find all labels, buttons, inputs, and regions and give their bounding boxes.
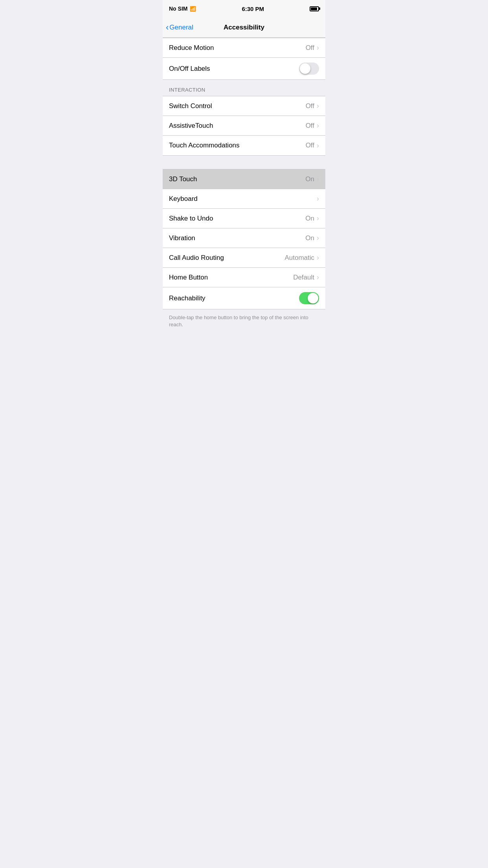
group-spacer	[163, 156, 325, 169]
wifi-icon: 📶	[190, 6, 196, 12]
home-button-chevron-icon: ›	[317, 273, 319, 281]
home-button-label: Home Button	[169, 274, 208, 281]
3d-touch-value: On	[305, 175, 314, 183]
back-label: General	[169, 24, 193, 31]
touch-accommodations-chevron-icon: ›	[317, 142, 319, 150]
vibration-value: On	[305, 234, 314, 242]
status-left: No SIM 📶	[169, 6, 196, 12]
row-assistive-touch[interactable]: AssistiveTouch Off ›	[163, 116, 325, 136]
vibration-chevron-icon: ›	[317, 234, 319, 242]
on-off-labels-toggle[interactable]	[299, 63, 319, 75]
reduce-motion-value: Off	[306, 44, 314, 52]
status-time: 6:30 PM	[242, 6, 264, 12]
row-on-off-labels[interactable]: On/Off Labels	[163, 58, 325, 79]
status-right	[310, 6, 319, 11]
keyboard-label: Keyboard	[169, 195, 198, 203]
reachability-toggle[interactable]	[299, 292, 319, 304]
assistive-touch-chevron-icon: ›	[317, 121, 319, 130]
switch-control-right: Off ›	[306, 102, 319, 110]
assistive-touch-right: Off ›	[306, 121, 319, 130]
toggle-thumb	[300, 63, 310, 74]
switch-control-label: Switch Control	[169, 102, 212, 110]
row-keyboard[interactable]: Keyboard ›	[163, 189, 325, 209]
call-audio-routing-chevron-icon: ›	[317, 254, 319, 262]
touch-accommodations-value: Off	[306, 142, 314, 149]
status-bar: No SIM 📶 6:30 PM	[163, 0, 325, 17]
battery-icon	[310, 6, 319, 11]
interaction-2-list: 3D Touch On › Keyboard › Shake to Undo O…	[163, 169, 325, 309]
switch-control-value: Off	[306, 102, 314, 110]
vibration-label: Vibration	[169, 234, 195, 242]
section-interaction-2: 3D Touch On › Keyboard › Shake to Undo O…	[163, 169, 325, 309]
row-call-audio-routing[interactable]: Call Audio Routing Automatic ›	[163, 248, 325, 268]
vibration-right: On ›	[305, 234, 319, 242]
row-3d-touch[interactable]: 3D Touch On ›	[163, 169, 325, 189]
row-home-button[interactable]: Home Button Default ›	[163, 268, 325, 287]
settings-content: Reduce Motion Off › On/Off Labels INTERA…	[163, 38, 325, 335]
row-touch-accommodations[interactable]: Touch Accommodations Off ›	[163, 136, 325, 155]
assistive-touch-value: Off	[306, 122, 314, 130]
touch-accommodations-label: Touch Accommodations	[169, 142, 240, 149]
back-button[interactable]: ‹ General	[166, 23, 193, 32]
call-audio-routing-label: Call Audio Routing	[169, 254, 224, 262]
reduce-motion-chevron-icon: ›	[317, 44, 319, 52]
top-list: Reduce Motion Off › On/Off Labels	[163, 38, 325, 80]
nav-bar: ‹ General Accessibility	[163, 17, 325, 38]
back-chevron-icon: ‹	[166, 23, 169, 32]
keyboard-right: ›	[317, 195, 319, 203]
3d-touch-chevron-icon: ›	[317, 175, 319, 183]
on-off-labels-label: On/Off Labels	[169, 65, 210, 73]
carrier-label: No SIM	[169, 6, 187, 12]
row-switch-control[interactable]: Switch Control Off ›	[163, 96, 325, 116]
shake-to-undo-label: Shake to Undo	[169, 215, 213, 223]
reduce-motion-right: Off ›	[306, 44, 319, 52]
footer-description: Double-tap the home button to bring the …	[163, 309, 325, 335]
3d-touch-right: On ›	[305, 175, 319, 183]
reachability-label: Reachability	[169, 294, 205, 302]
interaction-list: Switch Control Off › AssistiveTouch Off …	[163, 96, 325, 156]
reachability-toggle-thumb	[308, 293, 318, 303]
interaction-header: INTERACTION	[163, 80, 325, 96]
shake-to-undo-right: On ›	[305, 214, 319, 223]
call-audio-routing-value: Automatic	[284, 254, 314, 262]
section-interaction: INTERACTION Switch Control Off › Assisti…	[163, 80, 325, 156]
3d-touch-label: 3D Touch	[169, 175, 197, 183]
touch-accommodations-right: Off ›	[306, 142, 319, 150]
shake-to-undo-chevron-icon: ›	[317, 214, 319, 223]
row-shake-to-undo[interactable]: Shake to Undo On ›	[163, 209, 325, 228]
section-top: Reduce Motion Off › On/Off Labels	[163, 38, 325, 80]
page-title: Accessibility	[224, 24, 264, 31]
row-vibration[interactable]: Vibration On ›	[163, 228, 325, 248]
shake-to-undo-value: On	[305, 215, 314, 223]
home-button-right: Default ›	[293, 273, 319, 281]
assistive-touch-label: AssistiveTouch	[169, 122, 213, 130]
call-audio-routing-right: Automatic ›	[284, 254, 319, 262]
switch-control-chevron-icon: ›	[317, 102, 319, 110]
reduce-motion-label: Reduce Motion	[169, 44, 214, 52]
keyboard-chevron-icon: ›	[317, 195, 319, 203]
row-reduce-motion[interactable]: Reduce Motion Off ›	[163, 38, 325, 58]
home-button-value: Default	[293, 274, 314, 281]
row-reachability[interactable]: Reachability	[163, 287, 325, 309]
